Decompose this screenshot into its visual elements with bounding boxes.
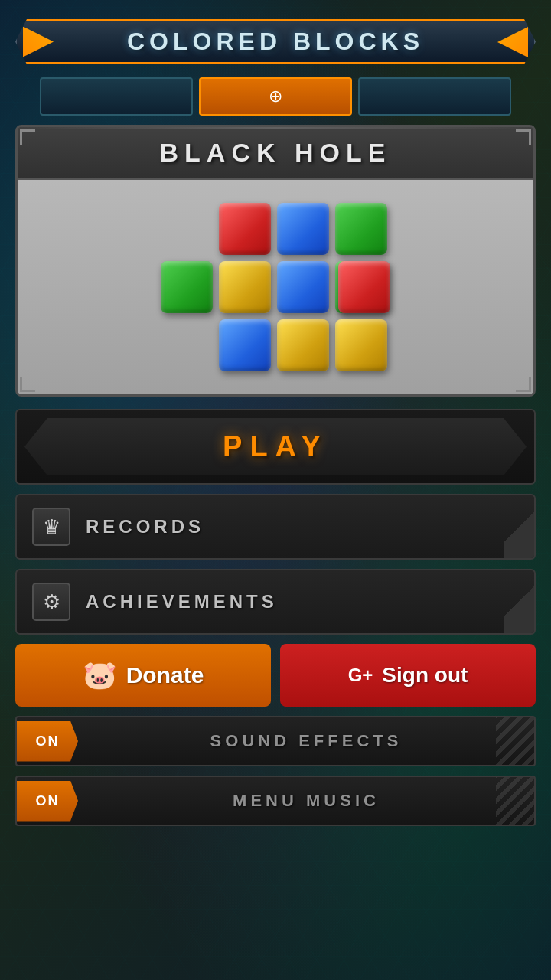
music-toggle-state: ON: [17, 781, 78, 822]
block-red-r0c1: [219, 203, 271, 255]
mode-tab-3[interactable]: [358, 77, 511, 116]
block-red-r1c4: [338, 261, 390, 313]
block-blue-r1c2: [277, 261, 329, 313]
block-green-r0c3: [335, 203, 387, 255]
block-yellow-r1c1: [219, 261, 271, 313]
block-blue-r0c2: [277, 203, 329, 255]
bracket-tr: [516, 129, 531, 145]
app-title: COLORED BLOCKS: [127, 28, 424, 55]
mode-tab-2[interactable]: ⊕: [199, 77, 352, 116]
game-preview: [18, 180, 533, 394]
action-row: 🐷 Donate G+ Sign out: [15, 644, 536, 707]
corner-decoration-left: [23, 27, 54, 57]
game-mode-title: BLACK HOLE: [160, 138, 392, 167]
title-bar: COLORED BLOCKS: [15, 19, 536, 64]
menu-music-toggle[interactable]: ON MENU MUSIC: [15, 776, 536, 826]
block-green-r1c0: [161, 261, 213, 313]
block-blue-r2c1: [219, 319, 271, 371]
crown-icon: ♛: [32, 508, 70, 546]
main-content: COLORED BLOCKS ⊕ BLACK HOLE: [0, 0, 551, 838]
donate-label: Donate: [126, 662, 204, 688]
gplus-icon: G+: [348, 665, 373, 686]
target-icon: ⊕: [269, 87, 282, 106]
menu-music-label: MENU MUSIC: [78, 777, 534, 825]
records-label: RECORDS: [86, 516, 204, 537]
bracket-tl: [20, 129, 35, 145]
achievement-icon: ⚙: [32, 583, 70, 621]
play-button-inner: PLAY: [24, 418, 527, 475]
sound-toggle-state: ON: [17, 721, 78, 762]
play-label: PLAY: [223, 430, 328, 463]
game-panel: BLACK HOLE: [15, 125, 536, 397]
bracket-bl: [20, 377, 35, 392]
block-yellow-r2c3: [335, 319, 387, 371]
signout-button[interactable]: G+ Sign out: [280, 644, 536, 707]
pig-icon: 🐷: [83, 659, 117, 691]
corner-decoration-right: [497, 27, 528, 57]
records-button[interactable]: ♛ RECORDS: [15, 494, 536, 560]
sound-effects-label: SOUND EFFECTS: [78, 717, 534, 765]
play-button[interactable]: PLAY: [15, 409, 536, 485]
achievements-label: ACHIEVEMENTS: [86, 591, 278, 612]
donate-button[interactable]: 🐷 Donate: [15, 644, 271, 707]
signout-label: Sign out: [382, 663, 468, 688]
game-title-row: BLACK HOLE: [18, 127, 533, 180]
mode-tabs: ⊕: [15, 77, 536, 116]
blocks-grid: [161, 203, 390, 371]
bracket-br: [516, 377, 531, 392]
achievements-button[interactable]: ⚙ ACHIEVEMENTS: [15, 569, 536, 635]
sound-effects-toggle[interactable]: ON SOUND EFFECTS: [15, 716, 536, 766]
mode-tab-1[interactable]: [40, 77, 193, 116]
block-yellow-r2c2: [277, 319, 329, 371]
